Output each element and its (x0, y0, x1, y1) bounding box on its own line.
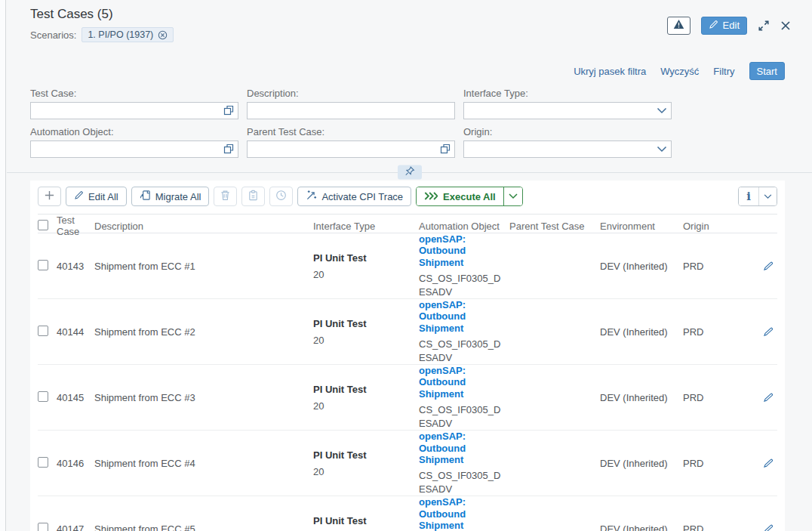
select-all-checkbox[interactable] (38, 220, 48, 230)
warning-icon (673, 19, 684, 32)
pin-filter-bar-button[interactable] (398, 165, 422, 180)
scenarios-label: Scenarios: (30, 29, 76, 41)
pencil-icon (709, 20, 718, 32)
clear-filters-link[interactable]: Wyczyść (660, 66, 699, 77)
environment-value: DEV (Inherited) (600, 458, 683, 469)
row-checkbox[interactable] (38, 326, 48, 336)
row-checkbox[interactable] (38, 523, 48, 531)
scenario-token[interactable]: 1. PI/PO (1937) (82, 27, 174, 42)
execute-all-label: Execute All (443, 191, 496, 202)
column-origin: Origin (683, 221, 743, 232)
execute-all-dropdown-arrow[interactable] (503, 187, 522, 205)
value-help-icon[interactable] (223, 105, 234, 116)
migrate-icon (140, 190, 151, 203)
start-button[interactable]: Start (749, 62, 785, 80)
info-split-button: i (738, 187, 777, 206)
migrate-all-button[interactable]: Migrate All (131, 187, 210, 206)
edit-all-label: Edit All (88, 191, 118, 202)
origin-value: PRD (683, 326, 743, 338)
automation-object-link[interactable]: openSAP: Outbound Shipment (419, 299, 503, 334)
edit-button[interactable]: Edit (701, 17, 747, 35)
interface-type-value: PI Unit Test (313, 384, 413, 395)
value-help-icon[interactable] (440, 144, 451, 154)
info-button[interactable]: i (739, 187, 758, 205)
edit-row-icon[interactable] (764, 261, 774, 271)
edit-row-icon[interactable] (764, 392, 774, 403)
execute-all-button[interactable]: Execute All (417, 187, 503, 205)
origin-value: PRD (683, 261, 743, 272)
test-case-description: Shipment from ECC #3 (94, 392, 313, 403)
test-case-description: Shipment from ECC #2 (94, 326, 313, 338)
row-checkbox[interactable] (38, 391, 48, 402)
interface-type-filter-select[interactable] (463, 102, 672, 119)
table-row: 40144 Shipment from ECC #2 PI Unit Test … (38, 299, 777, 365)
warnings-button[interactable] (667, 17, 691, 35)
table-toolbar: Edit All Migrate All (38, 187, 777, 214)
table-row: 40147 Shipment from ECC #5 PI Unit Test … (38, 496, 777, 531)
automation-object-filter-input[interactable] (30, 140, 238, 158)
filter-divider (7, 172, 812, 173)
table-row: 40143 Shipment from ECC #1 PI Unit Test … (38, 233, 777, 299)
test-case-filter-input[interactable] (30, 102, 238, 119)
row-checkbox[interactable] (38, 457, 48, 468)
interface-type-value: PI Unit Test (313, 252, 413, 264)
interface-type-version: 20 (313, 400, 413, 412)
value-help-icon[interactable] (223, 144, 234, 154)
close-icon[interactable] (780, 20, 791, 31)
activate-cpi-trace-label: Activate CPI Trace (321, 191, 403, 202)
table-body: 40143 Shipment from ECC #1 PI Unit Test … (38, 233, 777, 531)
edit-button-label: Edit (723, 20, 740, 31)
delete-button[interactable] (214, 187, 237, 206)
parent-test-case-filter-input[interactable] (247, 140, 455, 158)
chevron-down-icon[interactable] (657, 146, 667, 153)
automation-object-link[interactable]: openSAP: Outbound Shipment (419, 365, 503, 400)
origin-filter-label: Origin: (463, 126, 672, 137)
test-cases-panel: Test Cases (5) Scenarios: 1. PI/PO (1937… (7, 0, 812, 531)
environment-value: DEV (Inherited) (600, 326, 683, 338)
test-case-filter-label: Test Case: (30, 88, 238, 99)
filters-link[interactable]: Filtry (713, 66, 734, 77)
edit-row-icon[interactable] (764, 523, 774, 531)
edit-row-icon[interactable] (764, 458, 774, 468)
row-checkbox[interactable] (38, 260, 48, 270)
environment-value: DEV (Inherited) (600, 261, 683, 272)
page-title: Test Cases (5) (30, 7, 174, 22)
table-row: 40146 Shipment from ECC #4 PI Unit Test … (38, 431, 777, 496)
test-case-id: 40147 (57, 523, 94, 531)
interface-type-value: PI Unit Test (313, 449, 413, 461)
add-test-case-button[interactable] (38, 187, 61, 206)
edit-row-icon[interactable] (764, 326, 774, 337)
hide-filter-bar-link[interactable]: Ukryj pasek filtra (574, 66, 646, 77)
edit-all-button[interactable]: Edit All (66, 187, 127, 206)
interface-type-filter-label: Interface Type: (463, 88, 672, 99)
plus-icon (44, 190, 55, 203)
remove-token-icon[interactable] (158, 30, 168, 40)
paste-button[interactable] (241, 187, 265, 206)
origin-filter-select[interactable] (463, 140, 672, 158)
test-case-id: 40146 (57, 458, 94, 469)
test-case-description: Shipment from ECC #1 (94, 261, 313, 272)
interface-type-version: 20 (313, 335, 413, 346)
test-case-id: 40143 (57, 261, 94, 272)
trash-icon (220, 190, 231, 203)
panel-header: Test Cases (5) Scenarios: 1. PI/PO (1937… (7, 0, 812, 42)
origin-value: PRD (683, 523, 743, 531)
pencil-icon (74, 190, 84, 202)
activate-cpi-trace-button[interactable]: Activate CPI Trace (297, 187, 411, 206)
interface-type-version: 20 (313, 466, 413, 477)
environment-value: DEV (Inherited) (600, 392, 683, 403)
automation-object-link[interactable]: openSAP: Outbound Shipment (419, 233, 503, 268)
description-filter-input[interactable] (247, 102, 455, 119)
origin-value: PRD (683, 392, 743, 403)
execute-all-split-button: Execute All (416, 187, 523, 206)
column-description: Description (94, 221, 313, 232)
pin-icon (404, 166, 415, 179)
automation-object-id: CS_OS_IF0305_DESADV (419, 272, 503, 298)
automation-object-link[interactable]: openSAP: Outbound Shipment (419, 431, 503, 465)
info-dropdown-arrow[interactable] (758, 187, 777, 205)
enter-fullscreen-icon[interactable] (758, 20, 770, 32)
history-button[interactable] (269, 187, 293, 206)
automation-object-id: CS_OS_IF0305_DESADV (419, 338, 503, 364)
automation-object-link[interactable]: openSAP: Outbound Shipment (419, 496, 503, 531)
chevron-down-icon[interactable] (657, 107, 667, 114)
